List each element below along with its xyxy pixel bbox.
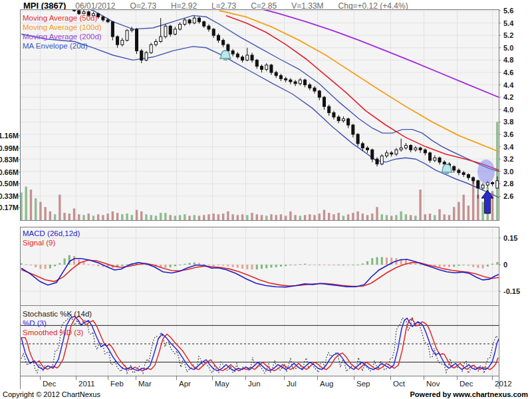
volume-bar — [342, 215, 344, 220]
macd-histogram-bar — [362, 263, 364, 265]
macd-histogram-bar — [121, 265, 123, 266]
volume-bar — [405, 214, 407, 220]
volume-bar — [150, 215, 152, 220]
candle-body — [217, 35, 219, 40]
volume-tick-label: 0.99M — [0, 144, 19, 152]
volume-bar — [78, 214, 80, 220]
candle-body — [347, 119, 350, 125]
candle-body — [97, 14, 100, 17]
candle-body — [102, 17, 104, 20]
volume-bar — [237, 215, 239, 220]
macd-histogram-bar — [265, 265, 267, 268]
candle-body — [366, 148, 369, 150]
macd-histogram-bar — [227, 265, 229, 267]
volume-bar — [438, 209, 440, 220]
macd-histogram-bar — [207, 265, 209, 265]
candle-body — [140, 51, 143, 60]
volume-bar — [54, 214, 56, 220]
volume-bar — [448, 215, 450, 220]
volume-bar — [285, 215, 287, 220]
candle-body — [92, 14, 94, 16]
month-label: Oct — [393, 380, 406, 388]
candle-body — [395, 150, 398, 154]
candle-body — [309, 85, 311, 88]
macd-panel[interactable] — [21, 227, 499, 306]
macd-histogram-bar — [54, 265, 56, 266]
macd-histogram-bar — [332, 265, 334, 265]
volume-bar — [136, 210, 138, 220]
candle-body — [467, 174, 469, 178]
volume-bar — [241, 214, 243, 220]
candle-body — [150, 45, 152, 53]
volume-bar — [164, 213, 166, 220]
macd-histogram-bar — [45, 265, 47, 269]
candle-body — [49, 1, 51, 3]
macd-histogram-bar — [467, 265, 469, 266]
volume-tick-label: 0.83M — [0, 156, 19, 164]
price-tick-label: 4.0 — [503, 106, 513, 114]
macd-histogram-bar — [198, 263, 200, 265]
month-label: Jul — [287, 380, 297, 388]
macd-histogram-bar — [241, 265, 243, 269]
macd-histogram-bar — [280, 265, 282, 267]
macd-histogram-bar — [261, 265, 263, 269]
macd-histogram-bar — [251, 265, 253, 269]
volume-bar — [227, 211, 229, 220]
macd-histogram-bar — [366, 261, 368, 265]
candle-body — [188, 20, 191, 23]
volume-tick-label: 0.66M — [0, 168, 19, 176]
price-tick-label: 3.6 — [503, 130, 513, 138]
macd-histogram-bar — [30, 265, 32, 265]
macd-histogram-bar — [203, 264, 205, 265]
candle-body — [246, 55, 249, 60]
month-label: 2011 — [78, 380, 95, 388]
candle-body — [184, 20, 186, 25]
month-label: Dec — [460, 380, 473, 388]
macd-histogram-bar — [126, 264, 128, 265]
volume-bar — [414, 215, 416, 220]
candle-body — [285, 78, 287, 80]
macd-histogram-bar — [439, 265, 441, 267]
macd-histogram-bar — [97, 265, 99, 266]
month-label: Aug — [320, 380, 333, 388]
volume-bar — [203, 215, 205, 220]
chart-canvas[interactable]: 5.65.45.25.04.84.64.44.24.03.83.63.43.23… — [0, 0, 532, 399]
volume-bar — [313, 215, 315, 220]
volume-bar — [265, 215, 267, 220]
month-label: Dec — [43, 380, 57, 388]
volume-bar — [347, 214, 349, 220]
candle-body — [63, 3, 66, 5]
macd-histogram-bar — [487, 265, 489, 267]
price-panel[interactable] — [21, 10, 499, 220]
macd-histogram-bar — [295, 265, 297, 265]
candle-body — [429, 153, 432, 160]
candle-body — [313, 88, 316, 91]
volume-bar — [160, 213, 162, 220]
price-tick-label: 4.8 — [503, 56, 513, 64]
volume-bar — [116, 213, 118, 220]
volume-bar — [434, 215, 436, 220]
volume-bar — [174, 215, 176, 220]
volume-bar — [304, 215, 306, 220]
price-tick-label: 5.6 — [503, 7, 513, 15]
candle-body — [390, 153, 393, 154]
macd-histogram-bar — [304, 264, 306, 265]
volume-bar — [410, 215, 412, 220]
volume-bar — [68, 213, 70, 220]
volume-bar — [198, 215, 200, 220]
candle-body — [352, 125, 354, 134]
macd-histogram-bar — [299, 264, 301, 265]
volume-bar — [256, 214, 258, 220]
price-tick-label: 5.4 — [503, 19, 514, 27]
macd-histogram-bar — [82, 262, 84, 265]
candle-body — [337, 117, 340, 121]
macd-histogram-bar — [246, 265, 248, 269]
macd-histogram-bar — [289, 265, 291, 265]
macd-histogram-bar — [217, 265, 219, 265]
candle-body — [434, 158, 436, 160]
volume-bar — [126, 213, 128, 220]
volume-bar — [217, 214, 219, 220]
macd-histogram-bar — [270, 265, 272, 267]
candle-body — [376, 159, 378, 164]
volume-bar — [462, 195, 464, 220]
